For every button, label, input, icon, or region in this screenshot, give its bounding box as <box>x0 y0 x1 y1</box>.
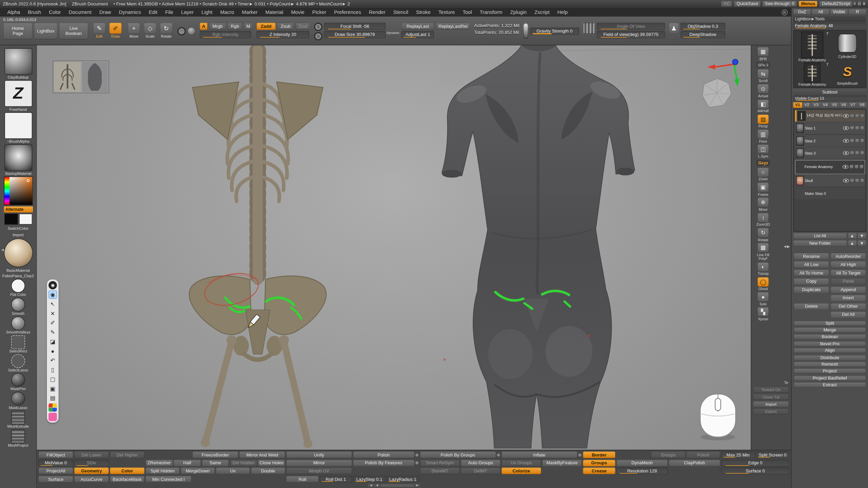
subtool-up-button[interactable]: ▲ <box>848 233 856 239</box>
tray-button[interactable]: All High <box>831 261 866 268</box>
annotation-tool-icon[interactable]: ▣ <box>48 385 57 393</box>
mrgb-button[interactable]: Mrgb <box>209 23 226 30</box>
visibility-eye-icon[interactable] <box>842 165 848 169</box>
subtool-version-tab[interactable]: V4 <box>821 102 830 107</box>
menu-item[interactable]: Stroke <box>412 9 435 15</box>
right-shelf-button[interactable]: ▥ Floor <box>757 129 769 143</box>
lightbox-button[interactable]: LightBox <box>34 23 57 39</box>
tool-header-button[interactable]: R <box>849 9 866 15</box>
tray-button[interactable]: Morph UV <box>286 468 352 474</box>
visible-count-slider[interactable]: Visible Count 13 <box>793 96 867 101</box>
tray-button[interactable]: All Low <box>794 261 829 268</box>
subtool-version-tab[interactable]: V3 <box>812 102 821 107</box>
annotation-tool-icon[interactable]: ▤ <box>48 394 57 402</box>
scroll-left-icon[interactable]: ◄ <box>368 484 374 487</box>
right-shelf-button[interactable]: ▨ Persp <box>757 115 769 128</box>
tray-button[interactable]: Del Higher <box>110 452 145 459</box>
menu-item[interactable]: Draw <box>95 9 115 15</box>
tray-button[interactable]: Split Hidden <box>145 468 180 474</box>
window-control-button[interactable]: − <box>853 2 856 5</box>
tray-button[interactable]: Project BasRelief <box>794 375 866 381</box>
shadow-icon-button[interactable]: ♟ <box>669 23 679 34</box>
tray-button[interactable]: Rename <box>794 253 829 260</box>
quick-brush-thumbnail[interactable] <box>11 335 25 349</box>
tray-button[interactable]: Merge <box>794 327 866 332</box>
secondary-color-swatch[interactable] <box>19 214 32 225</box>
scroll-left2-icon[interactable]: ◄ <box>374 484 380 487</box>
subtool-row[interactable]: Step 3 <box>795 147 865 159</box>
tray-button[interactable]: ProjectAll <box>38 468 73 474</box>
clay-material-label[interactable]: FabioPaiva_Clay2 <box>2 274 34 278</box>
polypaint-icon[interactable] <box>849 165 853 169</box>
tray-button[interactable]: LazyRadius 1 <box>387 476 419 483</box>
menu-item[interactable]: Marker <box>238 9 261 15</box>
menu-item[interactable]: Help <box>553 9 571 15</box>
menu-item[interactable]: Dynamics <box>115 9 145 15</box>
quick-brush[interactable]: MaskLasso <box>9 392 27 409</box>
live-boolean-button[interactable]: Live Boolean <box>59 23 88 39</box>
annotation-tool-icon[interactable]: ◉ <box>48 281 57 289</box>
annotation-tool-icon[interactable]: ↖ <box>48 300 57 308</box>
quicksave-button[interactable]: QuickSave <box>734 1 761 6</box>
left-panel-grip[interactable]: ◄ <box>1 248 4 251</box>
tray-button[interactable]: AutoReorder <box>831 253 866 260</box>
home-page-button[interactable]: Home Page <box>3 23 33 39</box>
annotation-tool-icon[interactable]: ◪ <box>48 338 57 346</box>
female-body-model[interactable] <box>442 45 635 448</box>
right-shelf-button[interactable]: ○ Zoom <box>757 168 769 181</box>
pen-icon[interactable] <box>860 126 864 130</box>
visibility-eye-icon[interactable] <box>843 179 849 182</box>
right-shelf-button[interactable]: ◐ Transp <box>757 262 769 276</box>
polypaint-icon[interactable] <box>850 179 854 182</box>
alternate-button[interactable]: Alternate <box>4 206 33 212</box>
zsub-button[interactable]: Zsub <box>277 23 294 30</box>
annotation-tool-icon[interactable]: ● <box>48 347 57 355</box>
color-picker[interactable] <box>4 177 33 205</box>
gravity-strength-slider[interactable]: Gravity Strength 0 <box>530 27 579 35</box>
uv-icon[interactable] <box>855 114 859 118</box>
annotation-tool-icon[interactable]: ▢ <box>48 375 57 383</box>
tray-button[interactable]: All To Target <box>831 270 866 277</box>
menu-item[interactable]: Edit <box>145 9 161 15</box>
main-color-swatch[interactable] <box>4 214 17 225</box>
new-folder-button[interactable]: New Folder <box>793 240 847 246</box>
right-shelf-button[interactable]: ⊕ Move <box>757 198 769 211</box>
tray-button[interactable]: Split <box>794 321 866 326</box>
annotation-tool-icon[interactable]: ↶ <box>48 356 57 364</box>
tray-button[interactable]: AccuCurve <box>74 476 109 483</box>
picker-thumbnail[interactable] <box>4 144 32 171</box>
replay-last-button[interactable]: ReplayLast <box>402 23 434 30</box>
quick-brush[interactable]: SmoothValleys <box>6 317 31 334</box>
tray-button[interactable] <box>497 453 501 457</box>
switch-color-button[interactable]: SwitchColor <box>8 226 28 231</box>
replay-last-rel-button[interactable]: ReplayLastRel <box>436 23 470 30</box>
pen-icon[interactable] <box>860 139 864 142</box>
menu-item[interactable]: Material <box>261 9 287 15</box>
tray-button[interactable]: Remesh <box>794 362 866 367</box>
right-shelf-button[interactable]: ◫ L.Sym <box>757 145 769 158</box>
menus-button[interactable]: Menus <box>799 1 817 6</box>
visibility-eye-icon[interactable] <box>843 126 849 130</box>
subtool-row[interactable]: Step 1 <box>795 122 865 134</box>
right-shelf-button[interactable]: ⊙ Actual <box>757 84 769 98</box>
subtool-row[interactable]: Skull <box>795 175 865 186</box>
annotation-tool-icon[interactable]: ✐ <box>48 319 57 327</box>
tray-button[interactable]: Uv Groups <box>501 460 541 467</box>
tray-button[interactable]: Surface 0 <box>721 468 789 474</box>
texture-tray-button[interactable]: Export <box>753 408 789 414</box>
tool-thumb-cell[interactable]: Cylinder3D <box>830 31 865 62</box>
zscript-button[interactable]: DefaultZScript <box>820 1 853 6</box>
annotation-tool-icon[interactable] <box>48 413 57 421</box>
current-tool-slider[interactable]: Female Anatomy. 48 <box>793 23 867 29</box>
tray-button[interactable] <box>578 453 582 457</box>
tray-button[interactable] <box>415 453 419 457</box>
zadd-button[interactable]: Zadd <box>257 23 276 30</box>
uv-icon[interactable] <box>854 165 859 169</box>
menu-item[interactable]: Alpha <box>3 9 24 15</box>
right-shelf-button[interactable]: ● Solo <box>757 292 769 306</box>
material-preview-icon[interactable] <box>188 27 196 35</box>
right-shelf-button[interactable]: ⇆ Scroll <box>757 69 769 83</box>
subtool-section-header[interactable]: Subtool <box>793 89 867 95</box>
visibility-eye-icon[interactable] <box>843 139 849 142</box>
tray-button[interactable]: Polish By Groups <box>420 452 496 459</box>
